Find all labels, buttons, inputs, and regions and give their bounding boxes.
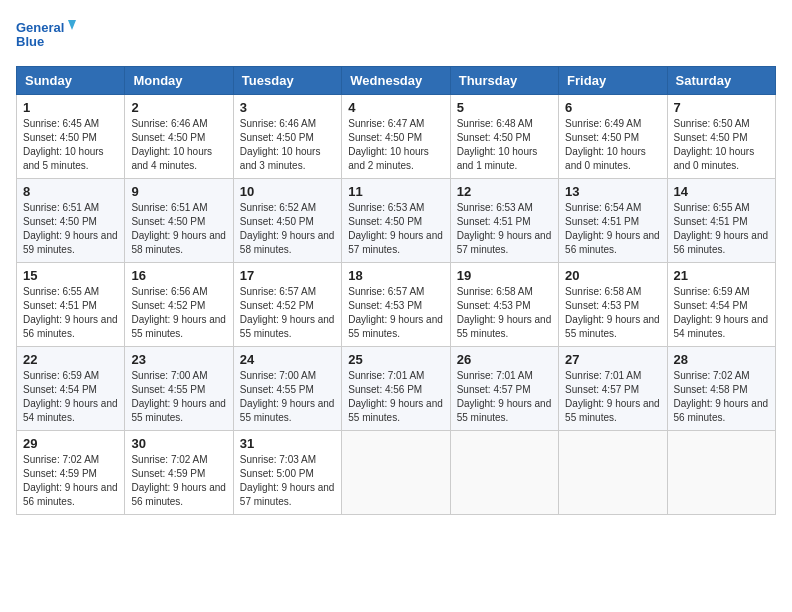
day-info: Sunrise: 6:55 AMSunset: 4:51 PMDaylight:…: [23, 285, 118, 341]
day-number: 28: [674, 352, 769, 367]
calendar-cell: 8 Sunrise: 6:51 AMSunset: 4:50 PMDayligh…: [17, 179, 125, 263]
svg-text:General: General: [16, 20, 64, 35]
calendar-table: SundayMondayTuesdayWednesdayThursdayFrid…: [16, 66, 776, 515]
day-info: Sunrise: 6:47 AMSunset: 4:50 PMDaylight:…: [348, 117, 443, 173]
day-number: 7: [674, 100, 769, 115]
day-info: Sunrise: 6:58 AMSunset: 4:53 PMDaylight:…: [457, 285, 552, 341]
day-number: 17: [240, 268, 335, 283]
day-info: Sunrise: 7:00 AMSunset: 4:55 PMDaylight:…: [240, 369, 335, 425]
day-info: Sunrise: 6:50 AMSunset: 4:50 PMDaylight:…: [674, 117, 769, 173]
day-number: 14: [674, 184, 769, 199]
calendar-cell: 15 Sunrise: 6:55 AMSunset: 4:51 PMDaylig…: [17, 263, 125, 347]
weekday-header-saturday: Saturday: [667, 67, 775, 95]
day-info: Sunrise: 7:01 AMSunset: 4:57 PMDaylight:…: [457, 369, 552, 425]
calendar-cell: 12 Sunrise: 6:53 AMSunset: 4:51 PMDaylig…: [450, 179, 558, 263]
day-info: Sunrise: 6:45 AMSunset: 4:50 PMDaylight:…: [23, 117, 118, 173]
day-number: 15: [23, 268, 118, 283]
calendar-cell: 23 Sunrise: 7:00 AMSunset: 4:55 PMDaylig…: [125, 347, 233, 431]
calendar-cell: 19 Sunrise: 6:58 AMSunset: 4:53 PMDaylig…: [450, 263, 558, 347]
day-number: 1: [23, 100, 118, 115]
page-header: General Blue: [16, 16, 776, 56]
day-info: Sunrise: 6:56 AMSunset: 4:52 PMDaylight:…: [131, 285, 226, 341]
day-number: 13: [565, 184, 660, 199]
logo-svg: General Blue: [16, 16, 76, 56]
weekday-header-sunday: Sunday: [17, 67, 125, 95]
day-info: Sunrise: 6:54 AMSunset: 4:51 PMDaylight:…: [565, 201, 660, 257]
day-number: 10: [240, 184, 335, 199]
day-number: 5: [457, 100, 552, 115]
week-row-4: 22 Sunrise: 6:59 AMSunset: 4:54 PMDaylig…: [17, 347, 776, 431]
day-number: 11: [348, 184, 443, 199]
day-number: 21: [674, 268, 769, 283]
calendar-cell: 27 Sunrise: 7:01 AMSunset: 4:57 PMDaylig…: [559, 347, 667, 431]
day-number: 23: [131, 352, 226, 367]
weekday-header-monday: Monday: [125, 67, 233, 95]
calendar-cell: 22 Sunrise: 6:59 AMSunset: 4:54 PMDaylig…: [17, 347, 125, 431]
day-number: 8: [23, 184, 118, 199]
day-number: 12: [457, 184, 552, 199]
day-info: Sunrise: 6:55 AMSunset: 4:51 PMDaylight:…: [674, 201, 769, 257]
calendar-cell: 26 Sunrise: 7:01 AMSunset: 4:57 PMDaylig…: [450, 347, 558, 431]
calendar-cell: 14 Sunrise: 6:55 AMSunset: 4:51 PMDaylig…: [667, 179, 775, 263]
day-info: Sunrise: 6:51 AMSunset: 4:50 PMDaylight:…: [23, 201, 118, 257]
calendar-cell: [342, 431, 450, 515]
day-info: Sunrise: 6:59 AMSunset: 4:54 PMDaylight:…: [23, 369, 118, 425]
calendar-cell: 25 Sunrise: 7:01 AMSunset: 4:56 PMDaylig…: [342, 347, 450, 431]
day-number: 18: [348, 268, 443, 283]
calendar-cell: 21 Sunrise: 6:59 AMSunset: 4:54 PMDaylig…: [667, 263, 775, 347]
calendar-cell: 28 Sunrise: 7:02 AMSunset: 4:58 PMDaylig…: [667, 347, 775, 431]
day-info: Sunrise: 7:02 AMSunset: 4:59 PMDaylight:…: [131, 453, 226, 509]
week-row-3: 15 Sunrise: 6:55 AMSunset: 4:51 PMDaylig…: [17, 263, 776, 347]
day-info: Sunrise: 6:58 AMSunset: 4:53 PMDaylight:…: [565, 285, 660, 341]
day-info: Sunrise: 6:46 AMSunset: 4:50 PMDaylight:…: [240, 117, 335, 173]
calendar-cell: 31 Sunrise: 7:03 AMSunset: 5:00 PMDaylig…: [233, 431, 341, 515]
day-number: 20: [565, 268, 660, 283]
week-row-1: 1 Sunrise: 6:45 AMSunset: 4:50 PMDayligh…: [17, 95, 776, 179]
calendar-cell: 5 Sunrise: 6:48 AMSunset: 4:50 PMDayligh…: [450, 95, 558, 179]
svg-marker-2: [68, 20, 76, 30]
day-info: Sunrise: 6:46 AMSunset: 4:50 PMDaylight:…: [131, 117, 226, 173]
day-number: 3: [240, 100, 335, 115]
calendar-cell: 18 Sunrise: 6:57 AMSunset: 4:53 PMDaylig…: [342, 263, 450, 347]
calendar-cell: 13 Sunrise: 6:54 AMSunset: 4:51 PMDaylig…: [559, 179, 667, 263]
day-info: Sunrise: 7:01 AMSunset: 4:57 PMDaylight:…: [565, 369, 660, 425]
week-row-2: 8 Sunrise: 6:51 AMSunset: 4:50 PMDayligh…: [17, 179, 776, 263]
calendar-cell: 1 Sunrise: 6:45 AMSunset: 4:50 PMDayligh…: [17, 95, 125, 179]
day-number: 30: [131, 436, 226, 451]
svg-text:Blue: Blue: [16, 34, 44, 49]
day-info: Sunrise: 7:03 AMSunset: 5:00 PMDaylight:…: [240, 453, 335, 509]
day-number: 19: [457, 268, 552, 283]
calendar-cell: 4 Sunrise: 6:47 AMSunset: 4:50 PMDayligh…: [342, 95, 450, 179]
weekday-header-thursday: Thursday: [450, 67, 558, 95]
day-info: Sunrise: 6:49 AMSunset: 4:50 PMDaylight:…: [565, 117, 660, 173]
day-number: 9: [131, 184, 226, 199]
calendar-cell: [667, 431, 775, 515]
calendar-cell: 24 Sunrise: 7:00 AMSunset: 4:55 PMDaylig…: [233, 347, 341, 431]
day-number: 27: [565, 352, 660, 367]
calendar-cell: 30 Sunrise: 7:02 AMSunset: 4:59 PMDaylig…: [125, 431, 233, 515]
day-number: 31: [240, 436, 335, 451]
day-info: Sunrise: 7:02 AMSunset: 4:59 PMDaylight:…: [23, 453, 118, 509]
day-info: Sunrise: 6:53 AMSunset: 4:51 PMDaylight:…: [457, 201, 552, 257]
day-number: 22: [23, 352, 118, 367]
day-number: 6: [565, 100, 660, 115]
day-info: Sunrise: 7:01 AMSunset: 4:56 PMDaylight:…: [348, 369, 443, 425]
day-number: 29: [23, 436, 118, 451]
weekday-header-wednesday: Wednesday: [342, 67, 450, 95]
weekday-header-tuesday: Tuesday: [233, 67, 341, 95]
calendar-cell: [559, 431, 667, 515]
day-info: Sunrise: 6:52 AMSunset: 4:50 PMDaylight:…: [240, 201, 335, 257]
weekday-header-row: SundayMondayTuesdayWednesdayThursdayFrid…: [17, 67, 776, 95]
calendar-cell: 3 Sunrise: 6:46 AMSunset: 4:50 PMDayligh…: [233, 95, 341, 179]
calendar-cell: 17 Sunrise: 6:57 AMSunset: 4:52 PMDaylig…: [233, 263, 341, 347]
day-number: 4: [348, 100, 443, 115]
week-row-5: 29 Sunrise: 7:02 AMSunset: 4:59 PMDaylig…: [17, 431, 776, 515]
calendar-cell: 29 Sunrise: 7:02 AMSunset: 4:59 PMDaylig…: [17, 431, 125, 515]
day-info: Sunrise: 6:53 AMSunset: 4:50 PMDaylight:…: [348, 201, 443, 257]
day-number: 26: [457, 352, 552, 367]
calendar-cell: [450, 431, 558, 515]
calendar-cell: 20 Sunrise: 6:58 AMSunset: 4:53 PMDaylig…: [559, 263, 667, 347]
day-number: 25: [348, 352, 443, 367]
day-number: 16: [131, 268, 226, 283]
calendar-cell: 7 Sunrise: 6:50 AMSunset: 4:50 PMDayligh…: [667, 95, 775, 179]
